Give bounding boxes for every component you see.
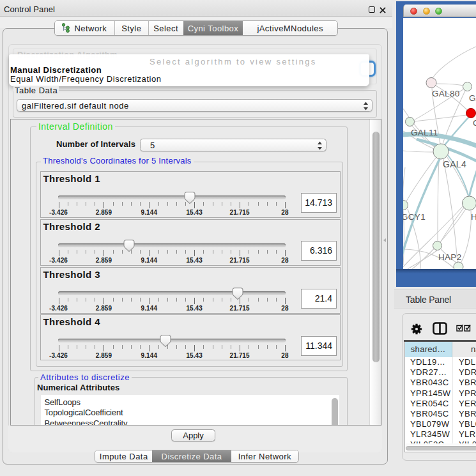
svg-text:GAL4: GAL4 [443, 159, 466, 169]
svg-text:GCY1: GCY1 [403, 212, 426, 222]
svg-text:HAP2: HAP2 [438, 252, 461, 262]
svg-text:GAL11: GAL11 [411, 128, 438, 137]
svg-text:HAP4: HAP4 [471, 212, 476, 222]
svg-text:GAL7: GAL7 [469, 93, 476, 103]
svg-text:GAL80: GAL80 [432, 89, 460, 98]
svg-text:CD: CD [473, 118, 476, 128]
